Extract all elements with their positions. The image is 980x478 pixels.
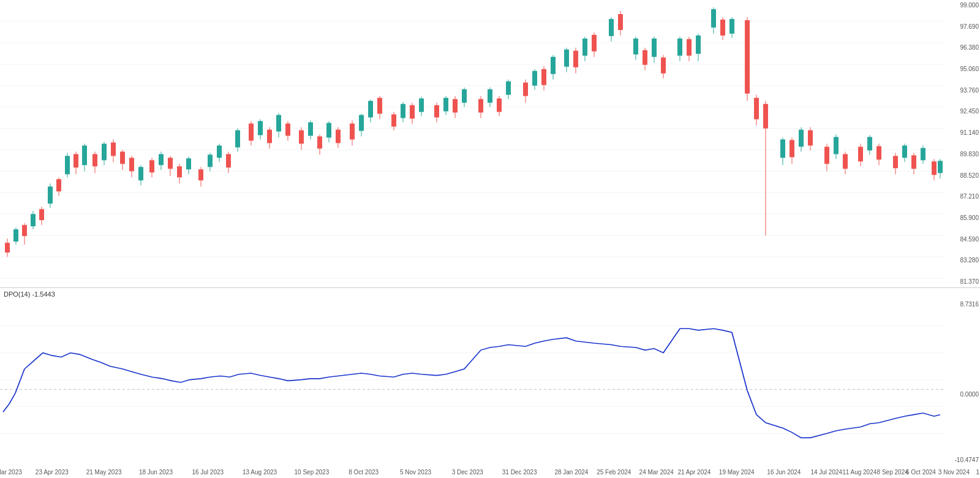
svg-rect-58	[208, 154, 213, 167]
dpo-label: DPO(14) -1.5443	[4, 290, 55, 298]
svg-rect-124	[551, 57, 556, 74]
svg-rect-54	[186, 158, 191, 169]
svg-rect-30	[74, 154, 78, 167]
svg-rect-72	[276, 115, 281, 132]
svg-rect-34	[92, 154, 97, 166]
svg-rect-156	[729, 19, 734, 34]
x-label-12: 25 Feb 2024	[597, 469, 631, 476]
candlestick-x-axis	[0, 276, 944, 287]
svg-rect-76	[299, 131, 304, 144]
x-label-7: 8 Oct 2023	[349, 469, 379, 476]
y-label-9: 87.210	[946, 194, 979, 200]
svg-rect-180	[867, 137, 872, 151]
x-label-14: 21 Apr 2024	[677, 469, 710, 476]
svg-rect-84	[336, 130, 341, 143]
svg-rect-184	[893, 156, 898, 168]
svg-rect-122	[541, 69, 546, 85]
svg-rect-94	[391, 115, 396, 127]
svg-rect-174	[834, 137, 839, 154]
x-label-22: 1 Dec 2024	[976, 469, 980, 476]
svg-rect-14	[5, 243, 10, 252]
svg-rect-144	[661, 58, 666, 74]
svg-rect-154	[720, 20, 725, 36]
svg-rect-100	[419, 99, 424, 112]
svg-rect-172	[824, 146, 829, 164]
svg-rect-130	[582, 39, 587, 56]
svg-rect-166	[790, 140, 794, 157]
dpo-y-label-1: 0.0000	[946, 392, 979, 398]
svg-rect-116	[506, 82, 511, 95]
svg-rect-108	[462, 89, 467, 103]
svg-rect-162	[763, 104, 768, 129]
svg-rect-146	[677, 39, 682, 56]
svg-rect-16	[13, 229, 18, 241]
svg-rect-46	[149, 160, 154, 172]
y-label-10: 85.900	[946, 215, 979, 221]
x-label-18: 11 Aug 2024	[842, 469, 876, 476]
x-label-13: 24 Mar 2024	[639, 469, 674, 476]
svg-rect-36	[102, 144, 107, 161]
y-label-8: 88.520	[946, 173, 979, 179]
candlestick-y-axis: 99.000 97.690 96.380 95.060 93.760 92.45…	[944, 0, 980, 287]
svg-rect-98	[410, 105, 415, 119]
svg-rect-138	[633, 39, 638, 55]
x-label-2: 21 May 2023	[86, 469, 122, 476]
svg-rect-128	[573, 51, 578, 67]
y-label-0: 99.000	[946, 2, 979, 9]
svg-rect-106	[453, 99, 458, 113]
svg-rect-86	[350, 124, 355, 140]
svg-rect-24	[48, 186, 53, 203]
svg-rect-182	[876, 146, 881, 159]
svg-rect-56	[198, 169, 203, 180]
svg-rect-160	[754, 98, 759, 120]
x-label-3: 18 Jun 2023	[139, 469, 173, 476]
svg-rect-82	[326, 123, 331, 138]
svg-rect-26	[56, 179, 61, 191]
svg-rect-44	[138, 167, 143, 180]
y-label-3: 95.060	[946, 66, 979, 72]
svg-rect-64	[235, 131, 240, 148]
svg-rect-118	[523, 83, 528, 96]
svg-rect-120	[532, 71, 537, 86]
svg-rect-186	[902, 145, 907, 157]
svg-rect-90	[368, 101, 373, 118]
dpo-y-label-2: -10.4747	[946, 457, 979, 463]
x-label-6: 10 Sep 2023	[295, 469, 330, 476]
svg-rect-78	[308, 123, 313, 136]
svg-rect-126	[564, 50, 569, 67]
svg-rect-66	[249, 124, 254, 141]
svg-rect-194	[938, 161, 943, 173]
svg-rect-188	[911, 155, 916, 169]
dpo-svg	[0, 299, 944, 466]
svg-rect-80	[317, 137, 322, 149]
dpo-panel: DPO(14) -1.5443 8.7316 0.0000 -10.4747 2…	[0, 288, 980, 478]
dpo-x-axis: 26 Mar 2023 23 Apr 2023 21 May 2023 18 J…	[0, 466, 944, 478]
svg-rect-102	[434, 105, 439, 118]
svg-rect-164	[780, 140, 785, 158]
dpo-y-label-0: 8.7316	[946, 302, 979, 308]
x-label-5: 13 Aug 2023	[243, 469, 277, 476]
x-label-4: 16 Jul 2023	[192, 469, 224, 476]
x-label-8: 5 Nov 2023	[400, 469, 431, 476]
svg-rect-52	[177, 166, 182, 177]
y-label-13: 81.370	[946, 279, 979, 285]
svg-rect-62	[226, 154, 231, 167]
svg-rect-48	[159, 154, 164, 165]
x-label-19: 8 Sep 2024	[877, 469, 908, 476]
svg-rect-192	[932, 161, 937, 175]
x-label-21: 3 Nov 2024	[938, 469, 970, 476]
svg-rect-20	[31, 214, 36, 226]
svg-rect-110	[478, 99, 483, 113]
svg-rect-134	[609, 19, 614, 36]
svg-rect-74	[285, 124, 290, 136]
x-label-11: 28 Jan 2024	[554, 469, 588, 476]
y-label-11: 84.590	[946, 237, 979, 243]
y-label-2: 96.380	[946, 45, 979, 51]
svg-rect-142	[652, 39, 657, 57]
svg-rect-96	[401, 104, 405, 118]
y-label-6: 91.140	[946, 130, 979, 136]
x-label-17: 14 Jul 2024	[810, 469, 842, 476]
svg-rect-42	[129, 157, 134, 171]
svg-rect-170	[808, 131, 813, 146]
svg-rect-150	[696, 36, 701, 54]
